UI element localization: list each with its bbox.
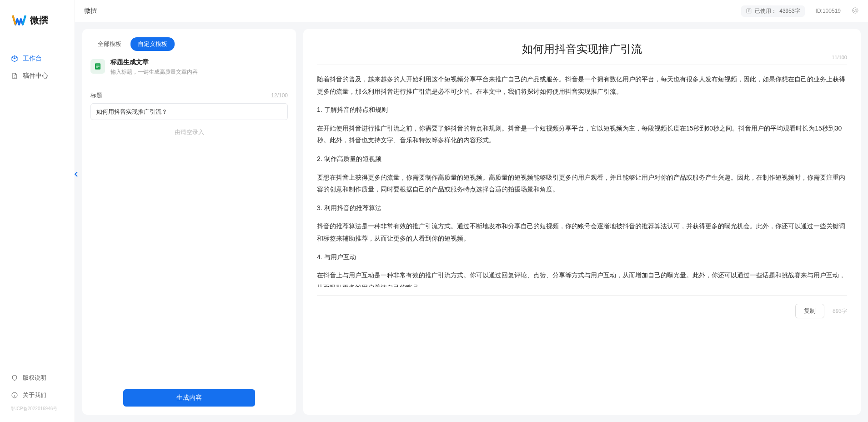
article-word-count: 893字 (833, 307, 847, 315)
brand-logo: 微撰 (0, 0, 75, 36)
sidebar-item-copyright[interactable]: 版权说明 (0, 369, 75, 387)
icp-text: 鄂ICP备2022016946号 (0, 404, 75, 416)
sidebar-item-about[interactable]: 关于我们 (0, 387, 75, 404)
template-tabs: 全部模板 自定义模板 (82, 37, 296, 58)
sidebar-item-workbench[interactable]: 工作台 (0, 50, 75, 67)
topbar: 微撰 已使用： 43953字 ID:100519 (75, 0, 868, 22)
right-panel: 如何用抖音实现推广引流 11/100 随着抖音的普及，越来越多的人开始利用这个短… (303, 29, 861, 415)
tab-custom-template[interactable]: 自定义模板 (130, 37, 175, 51)
field-char-count: 12/100 (271, 92, 288, 99)
usage-value: 43953字 (779, 7, 800, 15)
power-icon (852, 7, 859, 14)
right-footer: 复制 893字 (317, 295, 847, 318)
field-label-title: 标题 (90, 91, 102, 100)
generate-button[interactable]: 生成内容 (123, 389, 255, 407)
article-paragraph: 2. 制作高质量的短视频 (317, 153, 847, 165)
content-row: 全部模板 自定义模板 标题生成文章 输入标题，一键生成高质量文章内容 标题 (75, 22, 868, 422)
sidebar-bottom: 版权说明 关于我们 鄂ICP备2022016946号 (0, 369, 75, 422)
usage-badge: 已使用： 43953字 (741, 5, 804, 17)
article-paragraph: 抖音的推荐算法是一种非常有效的推广引流方式。通过不断地发布和分享自己的短视频，你… (317, 220, 847, 244)
template-title: 标题生成文章 (110, 58, 198, 66)
template-card: 标题生成文章 输入标题，一键生成高质量文章内容 (82, 58, 296, 84)
template-description: 输入标题，一键生成高质量文章内容 (110, 68, 198, 76)
sidebar-item-drafts[interactable]: 稿件中心 (0, 67, 75, 85)
tab-all-templates[interactable]: 全部模板 (90, 37, 129, 51)
text-icon (746, 8, 752, 14)
copy-button[interactable]: 复制 (795, 304, 824, 318)
brand-logo-icon (12, 13, 26, 27)
article-title-count: 11/100 (832, 55, 847, 60)
template-icon (90, 59, 105, 74)
brand-name: 微撰 (30, 14, 48, 26)
article-paragraph: 在抖音上与用户互动是一种非常有效的推广引流方式。你可以通过回复评论、点赞、分享等… (317, 269, 847, 287)
article-paragraph: 1. 了解抖音的特点和规则 (317, 104, 847, 116)
article-paragraph: 要想在抖音上获得更多的流量，你需要制作高质量的短视频。高质量的短视频能够吸引更多… (317, 171, 847, 196)
page-title: 微撰 (84, 7, 97, 15)
article-paragraph: 4. 与用户互动 (317, 251, 847, 263)
user-id: ID:100519 (816, 8, 841, 14)
usage-label: 已使用： (755, 7, 777, 15)
sidebar-item-label: 稿件中心 (23, 72, 48, 80)
sidebar-item-label: 版权说明 (23, 374, 46, 382)
shield-icon (11, 374, 18, 382)
svg-point-1 (14, 394, 15, 394)
main-area: 微撰 已使用： 43953字 ID:100519 全部模板 自定义模板 (75, 0, 868, 422)
sidebar-nav: 工作台 稿件中心 (0, 36, 75, 369)
article-title: 如何用抖音实现推广引流 (317, 42, 847, 56)
empty-input-note: 由请空录入 (90, 120, 288, 145)
document-icon (11, 72, 18, 80)
left-panel: 全部模板 自定义模板 标题生成文章 输入标题，一键生成高质量文章内容 标题 (82, 29, 296, 415)
article-body[interactable]: 随着抖音的普及，越来越多的人开始利用这个短视频分享平台来推广自己的产品或服务。抖… (317, 73, 847, 287)
sheet-icon (94, 62, 102, 70)
sidebar-item-label: 关于我们 (23, 391, 46, 399)
cube-icon (11, 55, 18, 62)
article-paragraph: 3. 利用抖音的推荐算法 (317, 202, 847, 214)
article-paragraph: 在开始使用抖音进行推广引流之前，你需要了解抖音的特点和规则。抖音是一个短视频分享… (317, 122, 847, 146)
power-button[interactable] (852, 7, 859, 15)
article-paragraph: 随着抖音的普及，越来越多的人开始利用这个短视频分享平台来推广自己的产品或服务。抖… (317, 73, 847, 97)
sidebar-collapse-handle[interactable] (74, 171, 78, 179)
article-header: 如何用抖音实现推广引流 11/100 (317, 42, 847, 65)
info-icon (11, 392, 18, 399)
sidebar: 微撰 工作台 稿件中心 版权说明 关于我们 鄂ICP备202201 (0, 0, 75, 422)
title-input[interactable] (90, 103, 288, 120)
sidebar-item-label: 工作台 (23, 55, 42, 63)
form-section: 标题 12/100 由请空录入 (82, 84, 296, 145)
